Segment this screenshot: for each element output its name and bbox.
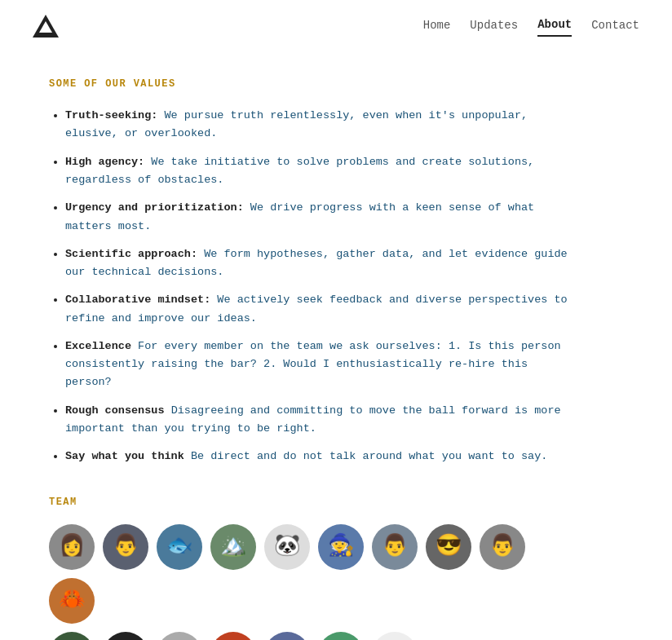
team-grid-row1: 👩👨🐟🏔️🐼🧙👨😎👨🦀: [49, 524, 571, 624]
team-section-title: TEAM: [49, 495, 571, 510]
avatar: 🧙: [318, 524, 364, 570]
avatar: 🌿: [49, 632, 95, 640]
avatar: 🎮: [264, 632, 310, 640]
header: Home Updates About Contact: [0, 0, 672, 52]
value-label: Urgency and prioritization:: [65, 201, 244, 214]
nav-contact[interactable]: Contact: [591, 16, 639, 36]
avatar: 🏔️: [210, 524, 256, 570]
list-item: Excellence For every member on the team …: [65, 338, 571, 392]
avatar: 🕴️: [103, 632, 148, 640]
nav-updates[interactable]: Updates: [470, 16, 518, 36]
logo: [33, 15, 60, 38]
avatar: 👨: [372, 524, 418, 570]
avatar: 🌍: [318, 632, 364, 640]
list-item: Urgency and prioritization: We drive pro…: [65, 199, 571, 236]
value-desc: Be direct and do not talk around what yo…: [184, 450, 548, 462]
main-nav: Home Updates About Contact: [423, 15, 639, 37]
value-desc: For every member on the team we ask ours…: [65, 340, 561, 389]
nav-home[interactable]: Home: [423, 16, 451, 36]
list-item: Collaborative mindset: We actively seek …: [65, 291, 571, 328]
value-label: Truth-seeking:: [65, 109, 157, 121]
value-label: Excellence: [65, 340, 131, 352]
nav-about[interactable]: About: [537, 15, 572, 37]
avatar: 🐟: [157, 524, 202, 570]
avatar: 🤖: [157, 632, 202, 640]
avatar: 👨: [103, 524, 148, 570]
avatar: 🐼: [264, 524, 310, 570]
list-item: Say what you think Be direct and do not …: [65, 448, 571, 466]
list-item: Scientific approach: We form hypotheses,…: [65, 245, 571, 282]
list-item: High agency: We take initiative to solve…: [65, 153, 571, 190]
value-label: Say what you think: [65, 450, 184, 462]
avatar: 👨: [480, 524, 525, 570]
value-label: Scientific approach:: [65, 248, 197, 260]
values-list: Truth-seeking: We pursue truth relentles…: [49, 107, 571, 466]
logo-icon: [33, 15, 59, 38]
list-item: Rough consensus Disagreeing and committi…: [65, 402, 571, 439]
value-label: Collaborative mindset:: [65, 294, 210, 306]
avatar: 🦀: [49, 578, 95, 624]
avatar: 👩: [49, 524, 95, 570]
avatar: 😎: [426, 524, 471, 570]
main-content: SOME OF OUR VALUES Truth-seeking: We pur…: [0, 52, 620, 640]
values-section-title: SOME OF OUR VALUES: [49, 77, 571, 92]
team-section: TEAM 👩👨🐟🏔️🐼🧙👨😎👨🦀 🌿🕴️🤖🔥🎮🌍💀: [49, 495, 571, 640]
avatar: 🔥: [210, 632, 256, 640]
value-label: High agency:: [65, 156, 144, 168]
list-item: Truth-seeking: We pursue truth relentles…: [65, 107, 571, 143]
value-label: Rough consensus: [65, 404, 165, 417]
team-grid-row2: 🌿🕴️🤖🔥🎮🌍💀: [49, 632, 571, 640]
avatar: 💀: [372, 632, 418, 640]
